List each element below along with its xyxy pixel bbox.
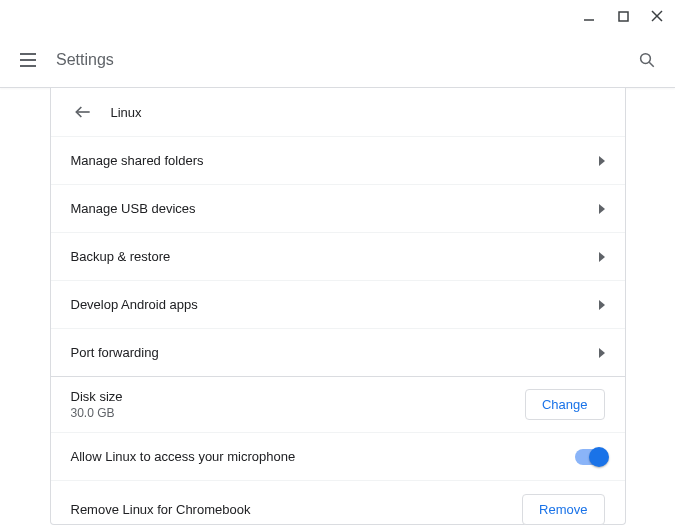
chevron-right-icon [597,252,605,262]
disk-size-row: Disk size 30.0 GB Change [51,377,625,433]
change-button[interactable]: Change [525,389,605,420]
back-button[interactable] [71,100,95,124]
mic-access-label: Allow Linux to access your microphone [71,449,296,464]
svg-marker-11 [599,204,605,214]
row-label: Port forwarding [71,345,159,360]
maximize-button[interactable] [611,4,635,28]
svg-rect-1 [619,12,628,21]
settings-panel: Linux Manage shared folders Manage USB d… [50,88,626,525]
svg-point-7 [641,53,651,63]
remove-button[interactable]: Remove [522,494,604,525]
mic-access-toggle[interactable] [575,449,605,465]
row-label: Manage USB devices [71,201,196,216]
app-toolbar: Settings [0,32,675,88]
svg-marker-13 [599,300,605,310]
row-label: Backup & restore [71,249,171,264]
app-title: Settings [56,51,635,69]
search-icon[interactable] [635,48,659,72]
mic-access-row: Allow Linux to access your microphone [51,433,625,481]
disk-size-value: 30.0 GB [71,406,123,420]
nav-row-port-forwarding[interactable]: Port forwarding [51,329,625,377]
svg-marker-10 [599,156,605,166]
nav-row-backup-restore[interactable]: Backup & restore [51,233,625,281]
row-label: Develop Android apps [71,297,198,312]
content-area: Linux Manage shared folders Manage USB d… [0,88,675,525]
window-titlebar [0,0,675,32]
chevron-right-icon [597,204,605,214]
minimize-button[interactable] [577,4,601,28]
close-button[interactable] [645,4,669,28]
remove-linux-label: Remove Linux for Chromebook [71,502,251,517]
nav-row-manage-usb-devices[interactable]: Manage USB devices [51,185,625,233]
subpage-header: Linux [51,88,625,137]
svg-line-8 [649,62,654,67]
chevron-right-icon [597,300,605,310]
remove-linux-row: Remove Linux for Chromebook Remove [51,481,625,525]
disk-size-label: Disk size [71,389,123,404]
nav-row-manage-shared-folders[interactable]: Manage shared folders [51,137,625,185]
subpage-title: Linux [111,105,142,120]
chevron-right-icon [597,348,605,358]
nav-row-develop-android-apps[interactable]: Develop Android apps [51,281,625,329]
chevron-right-icon [597,156,605,166]
menu-icon[interactable] [16,48,40,72]
svg-marker-14 [599,348,605,358]
row-label: Manage shared folders [71,153,204,168]
svg-marker-12 [599,252,605,262]
